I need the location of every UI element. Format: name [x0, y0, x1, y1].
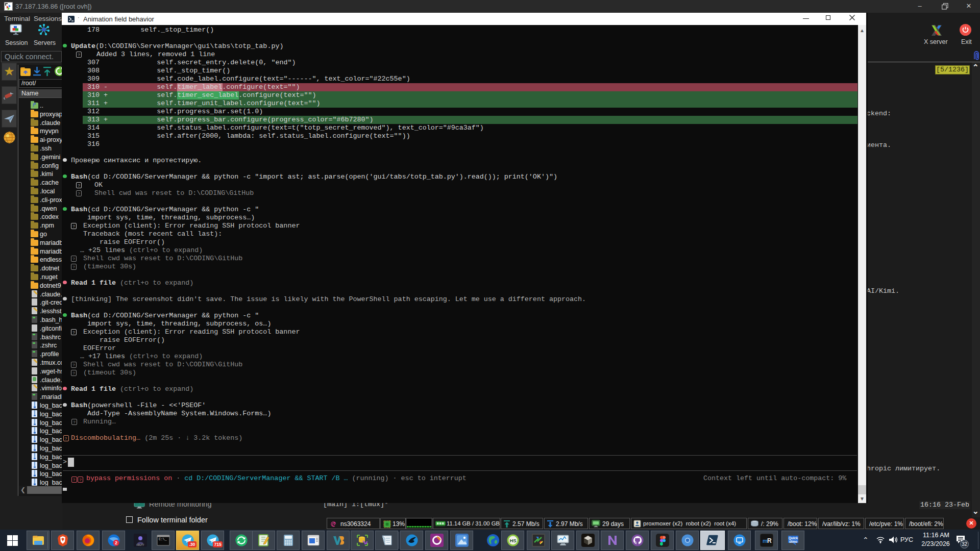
svg-text:utmo: utmo	[789, 540, 797, 543]
svg-text:HS: HS	[509, 538, 516, 543]
svg-text:R: R	[767, 537, 772, 544]
svg-text:C:\_: C:\_	[159, 538, 167, 541]
svg-text:2: 2	[114, 540, 117, 545]
svg-text:FRUTY: FRUTY	[137, 544, 144, 546]
